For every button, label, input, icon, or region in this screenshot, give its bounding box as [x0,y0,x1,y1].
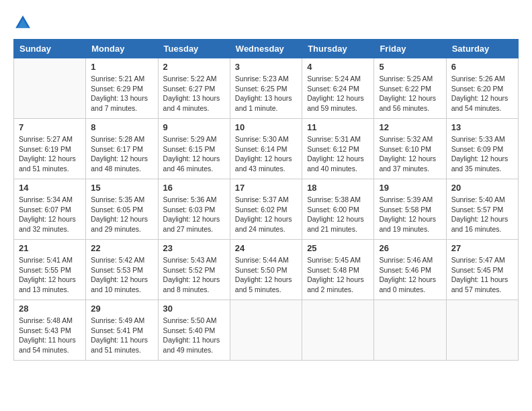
day-info: Sunrise: 5:47 AM Sunset: 5:45 PM Dayligh… [451,255,513,295]
day-info: Sunrise: 5:44 AM Sunset: 5:50 PM Dayligh… [235,255,297,295]
day-info: Sunrise: 5:48 AM Sunset: 5:43 PM Dayligh… [19,316,81,355]
day-cell: 16Sunrise: 5:36 AM Sunset: 6:03 PM Dayli… [158,179,230,240]
day-number: 24 [235,243,297,253]
day-cell: 12Sunrise: 5:32 AM Sunset: 6:10 PM Dayli… [374,119,446,179]
day-info: Sunrise: 5:30 AM Sunset: 6:14 PM Dayligh… [235,134,297,174]
day-cell: 17Sunrise: 5:37 AM Sunset: 6:02 PM Dayli… [230,179,302,240]
day-cell: 13Sunrise: 5:33 AM Sunset: 6:09 PM Dayli… [446,119,518,179]
day-info: Sunrise: 5:45 AM Sunset: 5:48 PM Dayligh… [307,255,369,295]
week-row-4: 21Sunrise: 5:41 AM Sunset: 5:55 PM Dayli… [14,240,519,300]
day-number: 12 [379,122,441,132]
day-info: Sunrise: 5:34 AM Sunset: 6:07 PM Dayligh… [19,195,81,234]
day-number: 19 [379,183,441,193]
day-cell: 7Sunrise: 5:27 AM Sunset: 6:19 PM Daylig… [14,119,86,179]
day-number: 17 [235,183,297,193]
day-number: 5 [379,62,441,72]
header-thursday: Thursday [302,40,374,58]
day-number: 14 [19,183,81,193]
day-cell: 23Sunrise: 5:43 AM Sunset: 5:52 PM Dayli… [158,240,230,300]
calendar-table: SundayMondayTuesdayWednesdayThursdayFrid… [13,39,519,361]
day-cell: 1Sunrise: 5:21 AM Sunset: 6:29 PM Daylig… [86,58,158,119]
day-info: Sunrise: 5:40 AM Sunset: 5:57 PM Dayligh… [451,195,513,234]
day-number: 29 [91,304,152,314]
day-cell: 21Sunrise: 5:41 AM Sunset: 5:55 PM Dayli… [14,240,86,300]
day-cell: 3Sunrise: 5:23 AM Sunset: 6:25 PM Daylig… [230,58,302,119]
week-row-3: 14Sunrise: 5:34 AM Sunset: 6:07 PM Dayli… [14,179,519,240]
day-cell [302,300,374,361]
day-number: 22 [91,243,152,253]
week-row-2: 7Sunrise: 5:27 AM Sunset: 6:19 PM Daylig… [14,119,519,179]
day-info: Sunrise: 5:43 AM Sunset: 5:52 PM Dayligh… [163,255,225,295]
day-cell: 28Sunrise: 5:48 AM Sunset: 5:43 PM Dayli… [14,300,86,361]
day-number: 7 [19,122,81,132]
day-info: Sunrise: 5:49 AM Sunset: 5:41 PM Dayligh… [91,316,152,355]
week-row-1: 1Sunrise: 5:21 AM Sunset: 6:29 PM Daylig… [14,58,519,119]
day-number: 2 [163,62,225,72]
day-number: 11 [307,122,369,132]
day-number: 1 [91,62,152,72]
day-info: Sunrise: 5:46 AM Sunset: 5:46 PM Dayligh… [379,255,441,295]
day-cell: 8Sunrise: 5:28 AM Sunset: 6:17 PM Daylig… [86,119,158,179]
day-cell: 20Sunrise: 5:40 AM Sunset: 5:57 PM Dayli… [446,179,518,240]
day-cell: 30Sunrise: 5:50 AM Sunset: 5:40 PM Dayli… [158,300,230,361]
day-number: 10 [235,122,297,132]
day-info: Sunrise: 5:26 AM Sunset: 6:20 PM Dayligh… [451,74,513,113]
day-info: Sunrise: 5:21 AM Sunset: 6:29 PM Dayligh… [91,74,152,113]
day-cell: 9Sunrise: 5:29 AM Sunset: 6:15 PM Daylig… [158,119,230,179]
day-number: 21 [19,243,81,253]
day-info: Sunrise: 5:37 AM Sunset: 6:02 PM Dayligh… [235,195,297,234]
header-saturday: Saturday [446,40,518,58]
day-info: Sunrise: 5:27 AM Sunset: 6:19 PM Dayligh… [19,134,81,174]
day-info: Sunrise: 5:23 AM Sunset: 6:25 PM Dayligh… [235,74,297,113]
day-number: 25 [307,243,369,253]
header-friday: Friday [374,40,446,58]
day-cell: 15Sunrise: 5:35 AM Sunset: 6:05 PM Dayli… [86,179,158,240]
day-number: 6 [451,62,513,72]
day-number: 20 [451,183,513,193]
day-info: Sunrise: 5:35 AM Sunset: 6:05 PM Dayligh… [91,195,152,234]
day-info: Sunrise: 5:28 AM Sunset: 6:17 PM Dayligh… [91,134,152,174]
day-number: 4 [307,62,369,72]
day-cell: 14Sunrise: 5:34 AM Sunset: 6:07 PM Dayli… [14,179,86,240]
day-cell: 25Sunrise: 5:45 AM Sunset: 5:48 PM Dayli… [302,240,374,300]
day-cell: 22Sunrise: 5:42 AM Sunset: 5:53 PM Dayli… [86,240,158,300]
logo [13,13,35,32]
calendar-header-row: SundayMondayTuesdayWednesdayThursdayFrid… [14,40,519,58]
day-info: Sunrise: 5:25 AM Sunset: 6:22 PM Dayligh… [379,74,441,113]
logo-icon [13,13,32,32]
day-info: Sunrise: 5:42 AM Sunset: 5:53 PM Dayligh… [91,255,152,295]
day-cell: 27Sunrise: 5:47 AM Sunset: 5:45 PM Dayli… [446,240,518,300]
header-wednesday: Wednesday [230,40,302,58]
day-number: 8 [91,122,152,132]
header-tuesday: Tuesday [158,40,230,58]
day-info: Sunrise: 5:50 AM Sunset: 5:40 PM Dayligh… [163,316,225,355]
day-cell [14,58,86,119]
day-info: Sunrise: 5:41 AM Sunset: 5:55 PM Dayligh… [19,255,81,295]
day-info: Sunrise: 5:36 AM Sunset: 6:03 PM Dayligh… [163,195,225,234]
day-cell: 5Sunrise: 5:25 AM Sunset: 6:22 PM Daylig… [374,58,446,119]
day-number: 30 [163,304,225,314]
header-sunday: Sunday [14,40,86,58]
header-monday: Monday [86,40,158,58]
day-cell: 6Sunrise: 5:26 AM Sunset: 6:20 PM Daylig… [446,58,518,119]
day-info: Sunrise: 5:38 AM Sunset: 6:00 PM Dayligh… [307,195,369,234]
day-number: 16 [163,183,225,193]
day-info: Sunrise: 5:33 AM Sunset: 6:09 PM Dayligh… [451,134,513,174]
day-number: 28 [19,304,81,314]
day-cell [446,300,518,361]
day-info: Sunrise: 5:31 AM Sunset: 6:12 PM Dayligh… [307,134,369,174]
day-info: Sunrise: 5:32 AM Sunset: 6:10 PM Dayligh… [379,134,441,174]
day-cell: 26Sunrise: 5:46 AM Sunset: 5:46 PM Dayli… [374,240,446,300]
day-cell: 24Sunrise: 5:44 AM Sunset: 5:50 PM Dayli… [230,240,302,300]
day-number: 15 [91,183,152,193]
week-row-5: 28Sunrise: 5:48 AM Sunset: 5:43 PM Dayli… [14,300,519,361]
day-cell: 29Sunrise: 5:49 AM Sunset: 5:41 PM Dayli… [86,300,158,361]
day-info: Sunrise: 5:29 AM Sunset: 6:15 PM Dayligh… [163,134,225,174]
day-cell: 19Sunrise: 5:39 AM Sunset: 5:58 PM Dayli… [374,179,446,240]
day-cell: 10Sunrise: 5:30 AM Sunset: 6:14 PM Dayli… [230,119,302,179]
day-cell [374,300,446,361]
day-number: 26 [379,243,441,253]
day-info: Sunrise: 5:24 AM Sunset: 6:24 PM Dayligh… [307,74,369,113]
day-number: 27 [451,243,513,253]
day-cell [230,300,302,361]
